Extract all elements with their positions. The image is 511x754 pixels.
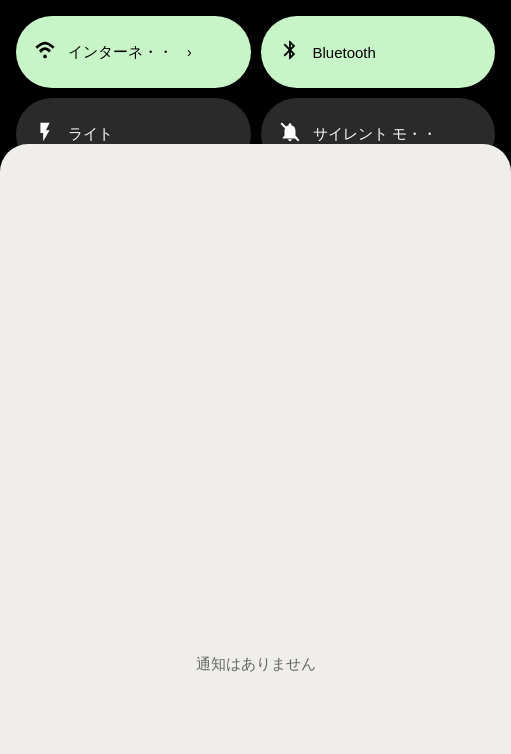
silent-tile-label: サイレント モ・・ (313, 125, 437, 144)
wifi-icon (34, 39, 56, 66)
internet-tile[interactable]: インターネ・・ › (16, 16, 251, 88)
bluetooth-icon (279, 39, 301, 66)
svg-point-0 (43, 54, 47, 58)
notification-panel: 通知はありません (0, 144, 511, 754)
flashlight-tile-label: ライト (68, 125, 113, 144)
internet-tile-label: インターネ・・ (68, 43, 173, 62)
bluetooth-tile-label: Bluetooth (313, 44, 376, 61)
bluetooth-tile[interactable]: Bluetooth (261, 16, 496, 88)
internet-tile-arrow: › (187, 44, 192, 60)
no-notifications-text: 通知はありません (196, 655, 316, 674)
